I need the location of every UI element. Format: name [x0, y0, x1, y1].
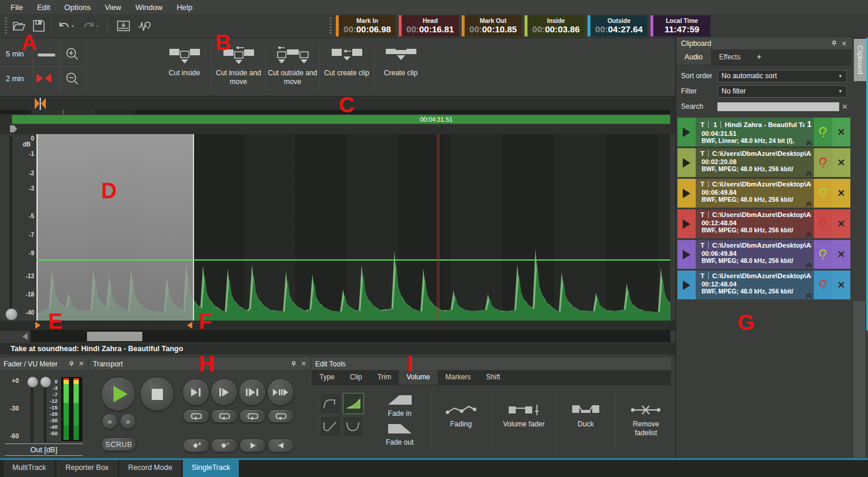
tab-add[interactable]: + [749, 49, 769, 65]
clipboard-item[interactable]: T C:\Users\DbmAzure\Desktop\Aud 00:12:48… [677, 209, 850, 238]
tab-clip[interactable]: Clip [342, 370, 370, 385]
mark-range-marker-icon[interactable] [34, 98, 46, 110]
clipboard-item[interactable]: T C:\Users\DbmAzure\Desktop\Aud 00:12:48… [677, 271, 850, 299]
play-around-mark-button[interactable] [267, 379, 294, 406]
fade-out-button[interactable]: Fade out [386, 422, 413, 447]
undo-button[interactable]: ▾ [55, 18, 76, 34]
mark-out-handle[interactable] [187, 322, 192, 329]
clipboard-item[interactable]: T C:\Users\DbmAzure\Desktop\Aud 00:06:49… [677, 179, 850, 208]
tab-record-mode[interactable]: Record Mode [119, 460, 181, 477]
close-icon[interactable]: ✕ [79, 360, 84, 368]
zoom-preset-2min[interactable]: 2 min [6, 75, 24, 83]
prelisten-ear-button[interactable] [814, 179, 832, 208]
waveform-canvas[interactable] [36, 134, 670, 321]
play-take-button[interactable] [677, 179, 696, 208]
tab-singletrack[interactable]: SingleTrack [183, 460, 239, 477]
range-bar-icon[interactable] [38, 54, 55, 56]
collapse-icon[interactable] [805, 171, 813, 176]
prelisten-ear-button[interactable] [814, 271, 832, 299]
collapse-icon[interactable] [805, 232, 813, 238]
toolbar-grip[interactable] [329, 18, 332, 34]
menu-view[interactable]: View [98, 1, 128, 14]
loop-button-2[interactable] [211, 409, 238, 423]
scrub-button[interactable]: SCRUB [101, 438, 136, 451]
fade-in-button[interactable]: Fade in [386, 393, 413, 418]
play-take-button[interactable] [677, 271, 696, 299]
fade-curve-linear-button[interactable] [343, 416, 364, 437]
remove-take-button[interactable]: ✕ [832, 179, 850, 208]
collapse-icon[interactable] [805, 262, 813, 268]
menu-edit[interactable]: Edit [30, 1, 57, 14]
play-from-mark-button[interactable] [211, 379, 238, 406]
volume-fader-button[interactable]: Volume fader [497, 403, 550, 429]
prelisten-ear-button[interactable] [814, 209, 832, 238]
play-take-button[interactable] [677, 148, 696, 177]
vertical-zoom-slider[interactable] [9, 136, 12, 313]
tab-shift[interactable]: Shift [479, 370, 508, 385]
volume-threshold-line[interactable] [36, 259, 670, 261]
tab-audio[interactable]: Audio [676, 49, 711, 65]
menu-options[interactable]: Options [57, 1, 98, 14]
duck-button[interactable]: Duck [563, 403, 609, 429]
collapse-icon[interactable] [805, 293, 813, 299]
clear-search-icon[interactable]: ✕ [842, 102, 848, 111]
cut-create-clip-button[interactable]: Cut create clip [320, 42, 373, 92]
fader-track-left[interactable] [31, 381, 34, 442]
collapse-icon[interactable] [805, 140, 813, 146]
remove-take-button[interactable]: ✕ [832, 271, 850, 299]
redo-button[interactable]: ▾ [80, 18, 101, 34]
play-take-button[interactable] [677, 240, 696, 269]
fade-curve-scurve-button[interactable] [320, 416, 341, 437]
filter-dropdown[interactable]: No filter▼ [717, 85, 847, 98]
toolbar-grip[interactable] [5, 18, 7, 34]
skip-forward-button[interactable]: » [120, 413, 136, 429]
tab-multitrack[interactable]: MultiTrack [4, 460, 55, 477]
clipboard-item[interactable]: T 1 Hindi Zahra - Beautiful Ta 1 00:04:3… [677, 118, 850, 146]
audio-editor-icon[interactable] [136, 18, 153, 34]
zoom-in-button[interactable] [65, 46, 80, 62]
playhead-cursor[interactable] [437, 134, 440, 329]
tab-markers[interactable]: Markers [438, 370, 478, 385]
prelisten-ear-button[interactable] [814, 118, 832, 146]
play-between-marks-button[interactable] [239, 379, 266, 406]
remove-fadelist-button[interactable]: Remove fadelist [621, 403, 671, 438]
remove-take-button[interactable]: ✕ [832, 148, 850, 177]
menu-file[interactable]: File [4, 1, 30, 14]
add-marker-button[interactable] [183, 439, 209, 452]
loop-button-3[interactable] [239, 409, 266, 423]
vertical-scrollbar[interactable] [853, 301, 865, 458]
selection-region[interactable] [36, 134, 194, 321]
tab-trim[interactable]: Trim [370, 370, 399, 385]
fade-curve-exp-button-active[interactable] [343, 393, 364, 414]
pin-icon[interactable] [291, 361, 296, 367]
previous-marker-button[interactable] [268, 439, 294, 452]
fader-knob-left[interactable] [27, 376, 38, 388]
search-input[interactable] [717, 102, 839, 111]
prelisten-ear-button[interactable] [814, 240, 832, 269]
remove-take-button[interactable]: ✕ [832, 118, 850, 146]
play-button[interactable] [101, 377, 135, 411]
close-icon[interactable]: ✕ [301, 360, 306, 368]
tab-reporter-box[interactable]: Reporter Box [56, 460, 118, 477]
loop-button-1[interactable] [183, 409, 209, 423]
next-marker-button[interactable] [239, 439, 266, 452]
tab-volume[interactable]: Volume [399, 370, 438, 385]
menu-window[interactable]: Window [128, 1, 169, 14]
collapse-icon[interactable] [805, 201, 813, 207]
remove-take-button[interactable]: ✕ [832, 240, 850, 269]
tab-effects[interactable]: Effects [711, 49, 749, 65]
skip-back-button[interactable]: « [102, 413, 118, 429]
scroll-left-arrow[interactable] [22, 333, 28, 340]
clipboard-item[interactable]: T C:\Users\DbmAzure\Desktop\Aud 00:06:49… [677, 240, 850, 269]
close-icon[interactable]: ✕ [842, 40, 847, 48]
prelisten-ear-button[interactable] [814, 148, 832, 177]
cut-outside-and-move-button[interactable]: Cut outside and move [266, 42, 319, 92]
horizontal-scrollbar[interactable] [31, 331, 670, 342]
clipboard-item[interactable]: T C:\Users\DbmAzure\Desktop\Aud 00:02:20… [677, 148, 850, 177]
play-to-mark-button[interactable] [182, 379, 209, 406]
menu-help[interactable]: Help [169, 1, 199, 14]
remove-take-button[interactable]: ✕ [832, 209, 850, 238]
pin-icon[interactable] [832, 41, 837, 46]
play-take-button[interactable] [677, 118, 696, 146]
create-clip-button[interactable]: Create clip [374, 42, 428, 92]
